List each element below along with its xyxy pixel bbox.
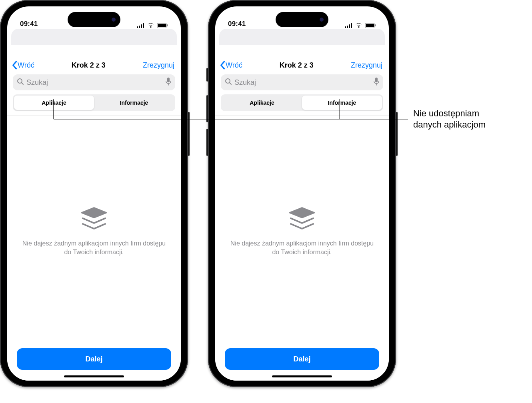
callout-line-2: danych aplikacjom — [413, 119, 486, 130]
callout-line-1: Nie udostępniam — [413, 108, 486, 119]
stage: 09:41 — [0, 0, 532, 403]
callout-text: Nie udostępniam danych aplikacjom — [413, 108, 486, 130]
callout-connector — [0, 0, 532, 403]
